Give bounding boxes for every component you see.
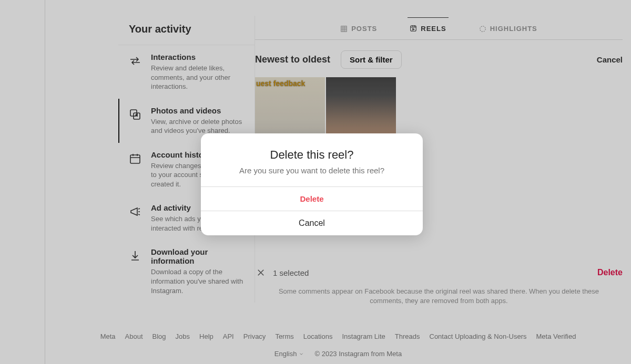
modal-cancel-button[interactable]: Cancel — [201, 211, 423, 235]
modal-delete-button[interactable]: Delete — [201, 186, 423, 211]
modal-message: Are you sure you want to delete this ree… — [213, 166, 410, 175]
delete-confirmation-modal: Delete this reel? Are you sure you want … — [201, 133, 423, 235]
modal-title: Delete this reel? — [213, 148, 410, 162]
